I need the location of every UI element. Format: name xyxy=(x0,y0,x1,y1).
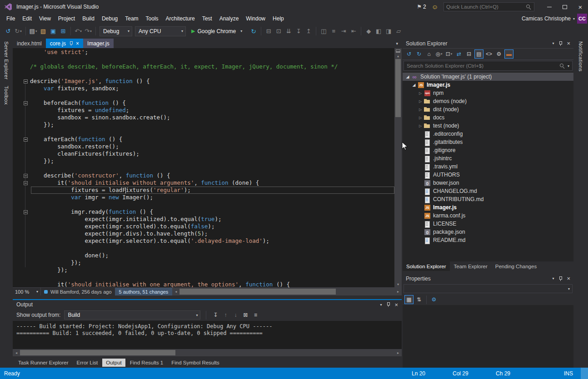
prev-bookmark-icon[interactable]: ◧ xyxy=(374,26,383,36)
output-title-bar[interactable]: Output ▾ × xyxy=(13,300,402,309)
btab-output[interactable]: Output xyxy=(102,359,125,367)
zoom-control[interactable]: 100 % ▾ xyxy=(13,288,41,295)
menu-item-tools[interactable]: Tools xyxy=(142,14,162,23)
forward-icon[interactable]: ↻ xyxy=(414,49,424,59)
scrollbar-thumb[interactable] xyxy=(395,59,401,117)
code-line[interactable]: sandbox = sinon.sandbox.create(); xyxy=(13,114,394,121)
properties-gear-icon[interactable]: ⚙ xyxy=(494,49,503,59)
tree-item-imager-js[interactable]: ◢JSImager.js xyxy=(403,81,573,89)
code-line[interactable]: afterEach(function () { xyxy=(13,136,394,143)
navigate-backward-icon[interactable]: ↺ xyxy=(4,26,13,36)
menu-item-edit[interactable]: Edit xyxy=(19,14,35,23)
tree-item-imager-js[interactable]: JSImager.js xyxy=(403,203,573,212)
menu-item-project[interactable]: Project xyxy=(55,14,79,23)
code-line[interactable] xyxy=(13,70,394,78)
code-line[interactable]: }); xyxy=(13,266,394,274)
code-line[interactable]: }); xyxy=(13,259,394,266)
solution-platforms-dropdown[interactable]: Any CPU ▾ xyxy=(135,26,186,36)
vertical-tab-server-explorer[interactable]: Server Explorer xyxy=(4,41,9,79)
scroll-right-icon[interactable]: ▸ xyxy=(394,349,402,356)
indent-icon[interactable]: ⇥ xyxy=(339,26,348,36)
categorized-icon[interactable]: ▦ xyxy=(404,295,414,304)
notifications-button[interactable]: ⚑ 2 xyxy=(417,4,426,10)
scroll-left-icon[interactable]: ◂ xyxy=(13,349,20,356)
expand-arrow-icon[interactable]: ▷ xyxy=(417,124,424,128)
tree-item-solution-imager-js-1-project-[interactable]: ◢∞Solution 'Imager.js' (1 project) xyxy=(403,73,573,81)
code-line[interactable]: cleanFixtures(fixtures); xyxy=(13,150,394,158)
tree-item-license[interactable]: LICENSE xyxy=(403,220,573,228)
btab-find-results-1[interactable]: Find Results 1 xyxy=(126,359,167,367)
code-line[interactable]: /* globals describe, beforeEach, afterEa… xyxy=(13,63,394,70)
close-icon[interactable]: × xyxy=(394,301,398,308)
expand-arrow-icon[interactable]: ▷ xyxy=(417,108,424,112)
code-line[interactable]: }); xyxy=(13,121,394,128)
bookmark-icon[interactable]: ◆ xyxy=(364,26,373,36)
user-account-name[interactable]: Camicas Christophe xyxy=(522,15,571,22)
start-debugging-button[interactable]: ▶ Google Chrome ▾ xyxy=(189,26,247,36)
menu-item-window[interactable]: Window xyxy=(242,14,269,23)
tree-item-bower-json[interactable]: {}bower.json xyxy=(403,179,573,187)
maximize-button[interactable] xyxy=(557,1,573,13)
code-editor[interactable]: 'use strict';/* globals describe, before… xyxy=(13,48,402,287)
property-pages-icon[interactable]: ⚙ xyxy=(429,295,439,304)
step-over-icon[interactable]: ⇊ xyxy=(284,26,293,36)
preview-selected-items-icon[interactable]: ▤ xyxy=(474,49,483,59)
solution-search-box[interactable]: ▾ xyxy=(404,61,573,71)
scroll-right-icon[interactable]: ▸ xyxy=(394,288,402,295)
find-in-files-icon[interactable]: ◫ xyxy=(319,26,328,36)
quick-launch-input[interactable] xyxy=(446,4,526,10)
home-icon[interactable]: ⌂ xyxy=(424,49,434,59)
output-source-dropdown[interactable]: Build ▾ xyxy=(64,310,200,320)
close-button[interactable]: × xyxy=(573,1,588,13)
window-position-icon[interactable]: ▾ xyxy=(552,276,554,281)
tree-item--editorconfig[interactable]: .editorconfig xyxy=(403,130,573,138)
quick-launch-box[interactable] xyxy=(443,2,534,11)
btab-find-symbol-results[interactable]: Find Symbol Results xyxy=(168,359,223,367)
menu-item-analyze[interactable]: Analyze xyxy=(216,14,243,23)
sync-active-document-icon[interactable]: ⇄ xyxy=(454,49,463,59)
comment-icon[interactable]: ≡ xyxy=(329,26,338,36)
close-icon[interactable]: × xyxy=(567,40,570,47)
code-line[interactable]: describe('constructor', function () { xyxy=(13,172,394,179)
pin-icon[interactable] xyxy=(558,276,563,281)
expand-arrow-icon[interactable]: ▷ xyxy=(417,99,424,103)
tree-item-demos-node-[interactable]: ▷demos (node) xyxy=(403,97,573,105)
minimize-button[interactable] xyxy=(542,1,557,13)
window-position-icon[interactable]: ▾ xyxy=(380,303,382,307)
tree-item-package-json[interactable]: {}package.json xyxy=(403,228,573,236)
tree-item-karma-conf-js[interactable]: JSkarma.conf.js xyxy=(403,212,573,220)
code-line[interactable]: expect(imgr.initialized).to.equal(true); xyxy=(13,216,394,223)
navigate-forward-icon[interactable]: ↻▾ xyxy=(14,26,23,36)
solution-search-input[interactable] xyxy=(407,63,557,69)
code-line[interactable] xyxy=(13,56,394,63)
menu-item-architecture[interactable]: Architecture xyxy=(162,14,199,23)
code-line[interactable]: it('should initialise with one argument,… xyxy=(13,281,394,287)
code-line[interactable]: var imgr = new Imager(); xyxy=(13,194,394,201)
collapse-arrow-icon[interactable]: ◢ xyxy=(411,83,417,87)
scroll-left-icon[interactable]: ◂ xyxy=(172,288,179,295)
save-icon[interactable]: ▣ xyxy=(49,26,58,36)
pin-icon[interactable] xyxy=(386,302,390,307)
tree-item-contributing-md[interactable]: CONTRIBUTING.md xyxy=(403,195,573,203)
menu-item-debug[interactable]: Debug xyxy=(98,14,121,23)
output-horizontal-scrollbar[interactable]: ◂ ▸ xyxy=(13,349,402,356)
solution-explorer-title-bar[interactable]: Solution Explorer ▾ × xyxy=(403,39,573,48)
fold-collapse-icon[interactable] xyxy=(24,181,28,185)
tree-item-changelog-md[interactable]: CHANGELOG.md xyxy=(403,187,573,195)
tree-item-docs[interactable]: ▷docs xyxy=(403,113,573,122)
editor-horizontal-scrollbar[interactable]: ◂ ▸ xyxy=(172,288,402,295)
window-position-icon[interactable]: ▾ xyxy=(552,41,554,45)
open-file-icon[interactable]: ▧ xyxy=(39,26,48,36)
codelens-stats[interactable]: 5 authors, 51 changes xyxy=(115,288,173,295)
new-file-icon[interactable]: ▤▾ xyxy=(29,26,38,36)
ptab-team-explorer[interactable]: Team Explorer xyxy=(450,261,491,271)
vertical-tab-notifications[interactable]: Notifications xyxy=(578,41,583,72)
code-line[interactable]: describe('Imager.js', function () { xyxy=(13,78,394,85)
clear-all-icon[interactable]: ⊠ xyxy=(241,310,250,320)
split-editor-handle[interactable] xyxy=(396,49,400,53)
fold-collapse-icon[interactable] xyxy=(24,138,28,142)
pin-icon[interactable] xyxy=(69,41,73,46)
code-line[interactable]: }); xyxy=(13,158,394,165)
code-line[interactable]: expect(imgr.scrolled).to.equal(false); xyxy=(13,223,394,230)
tree-item-dist-node-[interactable]: ▷dist (node) xyxy=(403,105,573,113)
